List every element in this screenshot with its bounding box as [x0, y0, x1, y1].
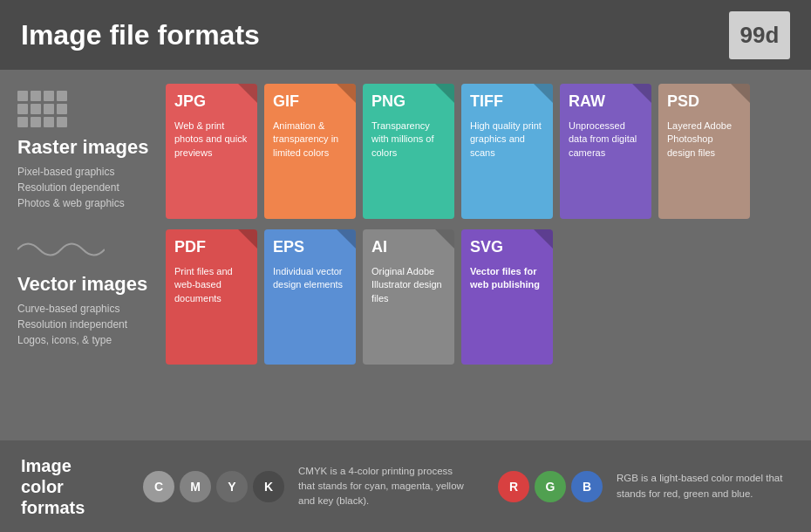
vector-desc: Curve-based graphics Resolution independ…: [17, 301, 157, 348]
file-card-ai: AI Original Adobe Illustrator design fil…: [363, 229, 454, 365]
dot: [44, 104, 54, 114]
cmyk-m-circle: M: [180, 471, 211, 502]
cmyk-block: C M Y K CMYK is a 4-color printing proce…: [143, 464, 472, 509]
card-desc: Individual vector design elements: [264, 262, 356, 365]
cmyk-circles: C M Y K: [143, 471, 284, 502]
dot: [44, 117, 54, 127]
card-desc: High quality print graphics and scans: [461, 116, 553, 219]
card-desc: Layered Adobe Photoshop design files: [658, 116, 750, 219]
corner-fold: [337, 229, 356, 249]
dot: [17, 91, 28, 101]
dot: [57, 117, 67, 127]
rgb-r-circle: R: [498, 471, 529, 502]
card-desc: Print files and web-based documents: [166, 262, 257, 365]
corner-fold: [337, 84, 356, 103]
raster-desc: Pixel-based graphics Resolution dependen…: [17, 164, 157, 211]
dot: [31, 104, 41, 114]
corner-fold: [238, 84, 257, 103]
vector-section: Vector images Curve-based graphics Resol…: [0, 226, 811, 372]
file-card-jpg: JPG Web & print photos and quick preview…: [166, 84, 257, 219]
rgb-b-circle: B: [571, 471, 603, 502]
corner-fold: [632, 84, 651, 103]
file-card-pdf: PDF Print files and web-based documents: [166, 229, 257, 365]
cmyk-k-circle: K: [253, 471, 284, 502]
vector-wave-icon: [17, 236, 157, 266]
file-card-raw: RAW Unprocessed data from digital camera…: [560, 84, 651, 219]
rgb-circles: R G B: [498, 471, 603, 502]
dot: [57, 104, 67, 114]
rgb-g-circle: G: [535, 471, 566, 502]
vector-label-area: Vector images Curve-based graphics Resol…: [17, 229, 157, 365]
rgb-block: R G B RGB is a light-based color model t…: [498, 471, 790, 502]
corner-fold: [534, 84, 553, 103]
cmyk-c-circle: C: [143, 471, 174, 502]
raster-label-area: Raster images Pixel-based graphics Resol…: [17, 84, 157, 219]
dot: [44, 91, 54, 101]
corner-fold: [534, 229, 553, 249]
dot: [17, 104, 28, 114]
file-card-gif: GIF Animation & transparency in limited …: [264, 84, 356, 219]
dot: [31, 91, 41, 101]
raster-cards-grid: JPG Web & print photos and quick preview…: [166, 84, 794, 219]
color-formats-title: Image color formats: [21, 455, 117, 518]
raster-icon: [17, 91, 157, 127]
raster-section: Raster images Pixel-based graphics Resol…: [0, 70, 811, 226]
page-title: Image file formats: [21, 19, 260, 51]
rgb-desc: RGB is a light-based color model that st…: [617, 471, 790, 501]
card-desc: Vector files for web publishing: [461, 262, 553, 365]
file-card-png: PNG Transparency with millions of colors: [363, 84, 454, 219]
raster-title: Raster images: [17, 136, 157, 159]
header: Image file formats 99d: [0, 0, 811, 70]
file-card-tiff: TIFF High quality print graphics and sca…: [461, 84, 553, 219]
corner-fold: [435, 229, 454, 249]
cmyk-y-circle: Y: [216, 471, 248, 502]
card-desc: Web & print photos and quick previews: [166, 116, 257, 219]
logo-box: 99d: [729, 11, 790, 59]
vector-title: Vector images: [17, 273, 157, 296]
dot: [31, 117, 41, 127]
card-desc: Transparency with millions of colors: [363, 116, 454, 219]
file-card-svg: SVG Vector files for web publishing: [461, 229, 553, 365]
dot: [17, 117, 28, 127]
corner-fold: [435, 84, 454, 103]
file-card-eps: EPS Individual vector design elements: [264, 229, 356, 365]
corner-fold: [731, 84, 750, 103]
card-desc: Animation & transparency in limited colo…: [264, 116, 356, 219]
vector-cards-grid: PDF Print files and web-based documents …: [166, 229, 794, 365]
card-desc: Original Adobe Illustrator design files: [363, 262, 454, 365]
card-desc: Unprocessed data from digital cameras: [560, 116, 651, 219]
logo-text: 99d: [740, 22, 780, 49]
corner-fold: [238, 229, 257, 249]
dot: [57, 91, 67, 101]
color-formats-section: Image color formats C M Y K CMYK is a 4-…: [0, 440, 811, 532]
cmyk-desc: CMYK is a 4-color printing process that …: [298, 464, 472, 509]
file-card-psd: PSD Layered Adobe Photoshop design files: [658, 84, 750, 219]
